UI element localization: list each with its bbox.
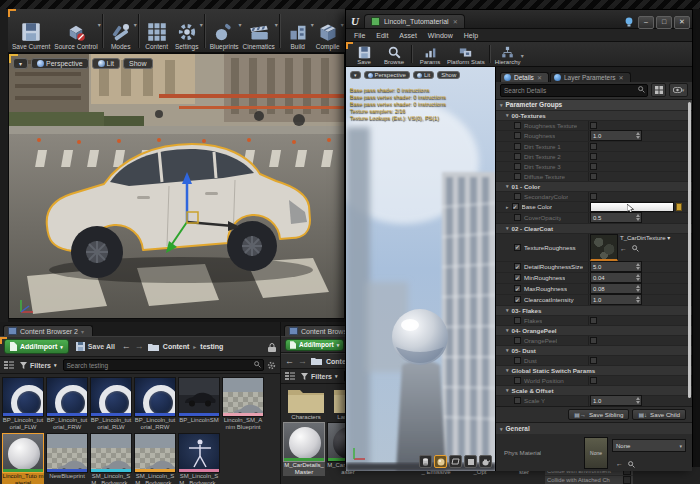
override-checkbox[interactable]: [514, 163, 521, 170]
asset-item-sm-lincoln-sm-bodywork-lincoln-[interactable]: SM_Lincoln_SM_ Bodywork_Lincoln_: [178, 433, 220, 484]
details-scrollbar[interactable]: [688, 102, 691, 398]
cb2-tab[interactable]: Content Browser 2▾: [3, 325, 93, 336]
value-spinbox[interactable]: 0.08: [590, 283, 642, 294]
view-options-button[interactable]: ▾: [669, 83, 688, 97]
preview-mesh-cube-button[interactable]: [464, 455, 477, 468]
phys-material-dropdown[interactable]: None▾: [612, 439, 686, 452]
preview-mesh-teapot-button[interactable]: [479, 455, 492, 468]
value-checkbox[interactable]: [590, 173, 597, 180]
close-button[interactable]: ✕: [674, 16, 690, 29]
view-options-icon[interactable]: [285, 372, 295, 380]
mat-toolbar-save-button[interactable]: Save: [349, 42, 379, 66]
group-header-02-clearcoat[interactable]: ▾02 - ClearCoat: [496, 224, 692, 234]
save-all-button[interactable]: Save All: [73, 340, 118, 353]
asset-item-bp-lincoln-tutorial-flw[interactable]: BP_Lincoln_tutorial_FLW: [2, 377, 44, 431]
cb1-back-arrow[interactable]: ←: [285, 357, 294, 366]
cb1-forward-arrow[interactable]: →: [298, 357, 307, 366]
override-checkbox[interactable]: [514, 377, 521, 384]
value-checkbox[interactable]: [590, 153, 597, 160]
override-checkbox[interactable]: [514, 337, 521, 344]
override-checkbox[interactable]: [514, 153, 521, 160]
tab-details[interactable]: Details✕: [500, 72, 549, 82]
toolbar-source-control-button[interactable]: Source Control▾: [52, 11, 99, 51]
spin-arrows-icon[interactable]: [636, 396, 640, 405]
tab-close-icon[interactable]: ✕: [619, 74, 624, 81]
menu-window[interactable]: Window: [428, 32, 453, 39]
value-spinbox[interactable]: 1.0: [590, 130, 642, 141]
chevron-down-icon[interactable]: ▾: [200, 21, 203, 28]
spin-arrows-icon[interactable]: [636, 262, 640, 271]
mat-toolbar-platform-stats-button[interactable]: Platform Stats: [445, 42, 487, 66]
value-checkbox[interactable]: [590, 377, 597, 384]
value-spinbox[interactable]: 1.0: [590, 395, 642, 406]
mat-lit-button[interactable]: Lit: [413, 71, 434, 79]
group-header-scale-offset[interactable]: ▾Scale & Offset: [496, 386, 692, 396]
chevron-down-icon[interactable]: ▾: [98, 21, 101, 28]
display-mode-button[interactable]: [651, 83, 666, 97]
override-checkbox[interactable]: [514, 132, 521, 139]
toolbar-cinematics-button[interactable]: Cinematics▾: [241, 11, 277, 51]
override-checkbox[interactable]: [514, 214, 521, 221]
menu-asset[interactable]: Asset: [399, 32, 417, 39]
lock-icon[interactable]: [268, 338, 276, 356]
material-editor-tab[interactable]: Lincoln_Tutomaterial ✕: [364, 14, 465, 28]
toolbar-save-current-button[interactable]: Save Current: [10, 11, 52, 51]
override-checkbox[interactable]: [514, 357, 521, 364]
value-spinbox[interactable]: 5.0: [590, 261, 642, 272]
folder-item-characters[interactable]: Characters: [285, 386, 327, 420]
mat-show-button[interactable]: Show: [437, 71, 460, 79]
tab-close-icon[interactable]: ✕: [537, 74, 542, 81]
asset-item-sm-lincoln-sm-bodywork-lincoln[interactable]: SM_Lincoln_SM_ Bodywork_Lincoln: [90, 433, 132, 484]
toolbar-settings-button[interactable]: Settings▾: [172, 11, 202, 51]
menu-help[interactable]: Help: [464, 32, 478, 39]
asset-item-newblueprint[interactable]: NewBlueprint: [46, 433, 88, 484]
mat-perspective-button[interactable]: Perspective: [364, 71, 410, 79]
cb1-add-import-button[interactable]: Add/Import▾: [285, 339, 344, 351]
value-checkbox[interactable]: [590, 357, 597, 364]
parameter-groups-header[interactable]: ▾Parameter Groups: [496, 100, 692, 111]
collide-attached-checkbox[interactable]: [623, 476, 631, 484]
collide-attached-row[interactable]: Collide with Attached Ch: [545, 476, 633, 484]
group-header-00-textures[interactable]: ▾00-Textures: [496, 111, 692, 121]
tab-close-icon[interactable]: ✕: [453, 18, 458, 25]
breadcrumb-testing[interactable]: testing: [200, 343, 223, 350]
cb2-search-input[interactable]: Search testing: [63, 359, 264, 371]
chevron-down-icon[interactable]: ▾: [275, 21, 278, 28]
minimize-button[interactable]: –: [638, 16, 654, 29]
override-checkbox[interactable]: ✓: [514, 296, 521, 303]
save-sibling-button[interactable]: ▤→ Save Sibling: [568, 409, 629, 420]
asset-item-bp-lincolnsm[interactable]: BP_LincolnSM: [178, 377, 220, 431]
general-section-header[interactable]: ▾ General: [496, 422, 692, 434]
spin-arrows-icon[interactable]: [636, 284, 640, 293]
material-preview-viewport[interactable]: ▾ Perspective Lit Show Base pass shader:…: [346, 67, 496, 471]
asset-item-bp-lincoln-tutorial-rlw[interactable]: BP_Lincoln_tutorial_RLW: [90, 377, 132, 431]
texture-thumbnail[interactable]: [590, 234, 618, 261]
value-checkbox[interactable]: [590, 193, 597, 200]
value-spinbox[interactable]: 1.0: [590, 294, 642, 305]
asset-item-bp-lincoln-tutorial-rrw[interactable]: BP_Lincoln_tutorial_RRW: [134, 377, 176, 431]
group-header-05-dust[interactable]: ▾05- Dust: [496, 346, 692, 356]
lit-button[interactable]: Lit: [92, 58, 120, 69]
group-header-global-static-switch-params[interactable]: ▾Global Static Switch Params: [496, 366, 692, 376]
phys-material-thumbnail[interactable]: None: [584, 437, 608, 469]
base-color-swatch[interactable]: [590, 202, 674, 212]
asset-item-lincoln-tuto-material[interactable]: Lincoln_Tuto material: [2, 433, 44, 484]
asset-item-sm-lincoln-sm-bodywork-lincoln-[interactable]: SM_Lincoln_SM_ Bodywork_Lincoln_: [134, 433, 176, 484]
override-checkbox[interactable]: ✓: [514, 274, 521, 281]
value-checkbox[interactable]: [590, 163, 597, 170]
value-checkbox[interactable]: [590, 122, 597, 129]
override-checkbox[interactable]: [514, 122, 521, 129]
asset-item-lincoln-sm-anim-blueprint[interactable]: Lincoln_SM_Anim Blueprint: [222, 377, 264, 431]
asset-item-m-cardetails-master[interactable]: M_CarDetails_ Master: [283, 422, 325, 476]
forward-arrow[interactable]: →: [135, 342, 144, 351]
show-button[interactable]: Show: [123, 58, 153, 69]
texture-asset-dropdown[interactable]: T_CarDirtTexture ▾: [620, 234, 670, 241]
toolbar-build-button[interactable]: Build▾: [283, 11, 313, 51]
toolbar-modes-button[interactable]: Modes▾: [106, 11, 136, 51]
toolbar-compile-button[interactable]: Compile▾: [313, 11, 343, 51]
value-checkbox[interactable]: [590, 143, 597, 150]
group-header-04-orangepeel[interactable]: ▾04- OrangePeel: [496, 326, 692, 336]
menu-edit[interactable]: Edit: [376, 32, 388, 39]
value-checkbox[interactable]: [590, 337, 597, 344]
expander-icon[interactable]: ▸: [506, 204, 509, 210]
